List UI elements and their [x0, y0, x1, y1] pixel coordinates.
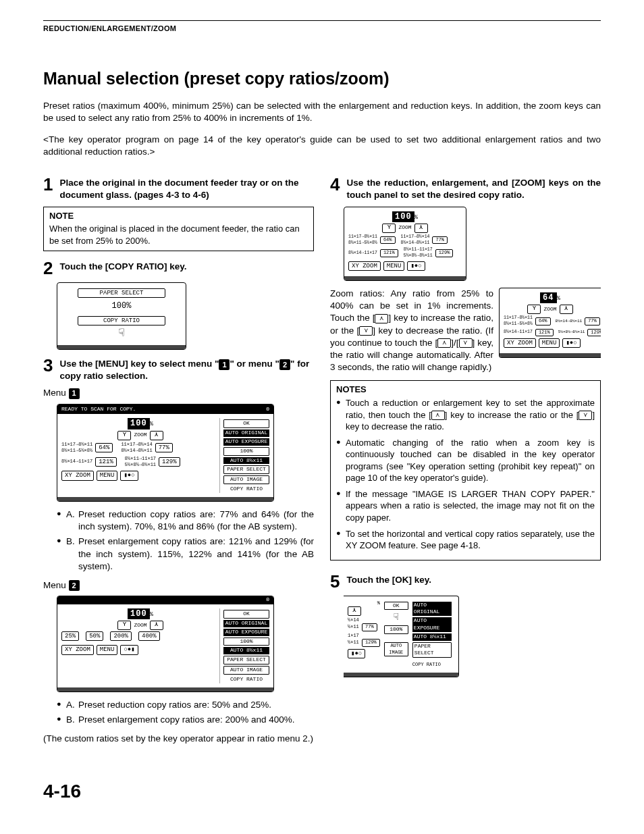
- menu1-bullet-b: B.Preset enlargement copy ratios are: 12…: [57, 536, 314, 573]
- zoom-down-icon[interactable]: ⋎: [117, 621, 131, 630]
- auto-exposure-button[interactable]: AUTO EXPOSURE: [223, 629, 269, 636]
- hand-pointer-icon: ☟: [384, 611, 408, 624]
- zoom-up-icon[interactable]: ⋏: [348, 606, 361, 616]
- step-4: 4 Use the reduction, enlargement, and [Z…: [330, 176, 601, 201]
- xy-zoom-button[interactable]: XY ZOOM: [348, 261, 381, 271]
- auto-image-button[interactable]: AUTO IMAGE: [384, 642, 408, 656]
- ok-button[interactable]: OK: [384, 602, 408, 610]
- ratio-129-button[interactable]: 129%: [362, 639, 380, 646]
- hand-pointer-icon: ☟: [61, 327, 182, 342]
- ratio-129-button[interactable]: 129%: [435, 249, 454, 257]
- ok-button[interactable]: OK: [223, 419, 269, 428]
- ratio-400-button[interactable]: 400%: [138, 631, 160, 641]
- 100-percent-button[interactable]: 100%: [223, 637, 269, 646]
- figure-ok-panel: % ⋏ ½×14½×11 77% 1×17½×11 129% ▮●○ OK ☟ …: [344, 596, 459, 677]
- 100-percent-button[interactable]: 100%: [223, 447, 269, 456]
- section-header: REDUCTION/ENLARGEMENT/ZOOM: [43, 24, 601, 34]
- copy-ratio-button[interactable]: COPY RATIO: [78, 316, 165, 325]
- zoom-down-icon[interactable]: ⋎: [382, 224, 396, 233]
- ratio-200-button[interactable]: 200%: [110, 631, 132, 641]
- auto-image-button[interactable]: AUTO IMAGE: [223, 666, 269, 675]
- ratio-129-button[interactable]: 129%: [159, 457, 180, 467]
- ratio-77-button[interactable]: 77%: [432, 236, 448, 244]
- ready-text: READY TO SCAN FOR COPY.: [61, 406, 136, 413]
- paper-select-button[interactable]: PAPER SELECT: [412, 642, 452, 658]
- ratio-121-button[interactable]: 121%: [380, 249, 398, 257]
- paper-select-display[interactable]: AUTO 8½x11: [223, 457, 269, 465]
- percent-display: 100: [392, 211, 414, 222]
- note-item-4: To set the horizontal and vertical copy …: [336, 528, 595, 552]
- menu-button[interactable]: MENU: [97, 471, 118, 480]
- figure-ratio-panel-64: 64% ⋎ ZOOM ⋏ 11×17→8½×118½×11→5½×8½ 64% …: [499, 288, 601, 358]
- percent-display: 100: [128, 608, 150, 619]
- zoom-down-icon[interactable]: ⋎: [527, 305, 541, 314]
- menu-2-label: Menu 2: [43, 579, 314, 592]
- auto-image-button[interactable]: AUTO IMAGE: [223, 475, 269, 484]
- percent-display: 100%: [61, 301, 182, 311]
- ok-button[interactable]: OK: [223, 610, 269, 619]
- paper-select-display[interactable]: AUTO 8½x11: [223, 647, 269, 654]
- step-number: 3: [43, 357, 53, 374]
- intro-paragraph: Preset ratios (maximum 400%, minimum 25%…: [43, 100, 601, 124]
- page-number: 4-16: [43, 779, 601, 804]
- ratio-50-button[interactable]: 50%: [86, 631, 103, 641]
- xy-zoom-button[interactable]: XY ZOOM: [61, 471, 94, 480]
- note-body: When the original is placed in the docum…: [49, 223, 308, 246]
- figure-ratio-panel-100: 100% ⋎ ZOOM ⋏ 11×17→8½×118½×11→5½×8½ 64%…: [344, 207, 466, 281]
- ratio-64-button[interactable]: 64%: [380, 236, 396, 244]
- step-5: 5 Touch the [OK] key.: [330, 573, 601, 590]
- copy-ratio-label: COPY RATIO: [223, 676, 269, 683]
- step-number: 1: [43, 176, 53, 193]
- zoom-down-icon: ⋎: [459, 338, 473, 348]
- ratio-77-button[interactable]: 77%: [155, 443, 173, 452]
- auto-original-button[interactable]: AUTO ORIGINAL: [412, 602, 452, 617]
- auto-exposure-button[interactable]: AUTO EXPOSURE: [412, 617, 452, 632]
- zoom-up-icon: ⋏: [437, 338, 451, 348]
- custom-ratios-note: (The custom ratios set by the key operat…: [43, 733, 314, 745]
- auto-exposure-button[interactable]: AUTO EXPOSURE: [223, 438, 269, 446]
- menu-badge-2-icon: 2: [69, 580, 80, 591]
- auto-original-button[interactable]: AUTO ORIGINAL: [223, 429, 269, 437]
- menu-indicator: ▮●○: [348, 649, 365, 658]
- note-title: NOTE: [49, 210, 308, 222]
- menu2-bullet-b: B.Preset enlargement copy ratios are: 20…: [57, 714, 314, 726]
- zero-icon: 0: [266, 596, 269, 604]
- menu-button[interactable]: MENU: [97, 645, 118, 654]
- ratio-25-button[interactable]: 25%: [61, 631, 79, 641]
- zoom-up-icon[interactable]: ⋏: [150, 431, 163, 440]
- paper-select-button[interactable]: PAPER SELECT: [223, 465, 269, 474]
- paper-select-button[interactable]: PAPER SELECT: [223, 656, 269, 664]
- zoom-label: ZOOM: [398, 224, 411, 232]
- zoom-up-icon[interactable]: ⋏: [150, 621, 163, 630]
- step-number: 5: [330, 573, 340, 590]
- subintro-paragraph: <The key operator program on page 14 of …: [43, 134, 601, 158]
- step-number: 4: [330, 176, 340, 193]
- figure-menu-1: READY TO SCAN FOR COPY.0 OK AUTO ORIGINA…: [57, 404, 274, 502]
- zoom-up-icon: ⋏: [431, 411, 445, 420]
- zoom-down-icon: ⋎: [579, 411, 592, 420]
- menu1-bullet-a: A.Preset reduction copy ratios are: 77% …: [57, 509, 314, 533]
- zoom-label: ZOOM: [134, 432, 146, 439]
- 100-percent-button[interactable]: 100%: [384, 625, 408, 634]
- notes-block: NOTES Touch a reduction or enlargement k…: [330, 380, 601, 560]
- step-text: Place the original in the document feede…: [59, 176, 314, 201]
- ratio-77-button[interactable]: 77%: [362, 623, 377, 631]
- zoom-up-icon[interactable]: ⋏: [560, 305, 573, 314]
- zoom-down-icon[interactable]: ⋎: [117, 431, 131, 440]
- xy-zoom-button[interactable]: XY ZOOM: [61, 645, 94, 654]
- figure-copy-ratio-key: PAPER SELECT 100% COPY RATIO ☟: [57, 282, 186, 350]
- auto-original-button[interactable]: AUTO ORIGINAL: [223, 620, 269, 627]
- ratio-121-button[interactable]: 121%: [95, 457, 117, 467]
- step-number: 2: [43, 259, 53, 277]
- note-box: NOTE When the original is placed in the …: [43, 207, 314, 252]
- step-text: Touch the [OK] key.: [346, 573, 431, 586]
- zoom-up-icon[interactable]: ⋏: [414, 224, 428, 233]
- menu-button[interactable]: MENU: [383, 261, 405, 271]
- paper-select-display[interactable]: AUTO 8½x11: [412, 633, 452, 641]
- note-item-1: Touch a reduction or enlargement key to …: [336, 397, 595, 433]
- ratio-64-button[interactable]: 64%: [95, 443, 113, 452]
- step3-mid: " or menu ": [230, 359, 279, 369]
- menu2-bullet-a: A.Preset reduction copy ratios are: 50% …: [57, 699, 314, 711]
- paper-select-button[interactable]: PAPER SELECT: [78, 288, 165, 298]
- figure-menu-2: 0 OK AUTO ORIGINAL AUTO EXPOSURE 100% AU…: [57, 596, 274, 692]
